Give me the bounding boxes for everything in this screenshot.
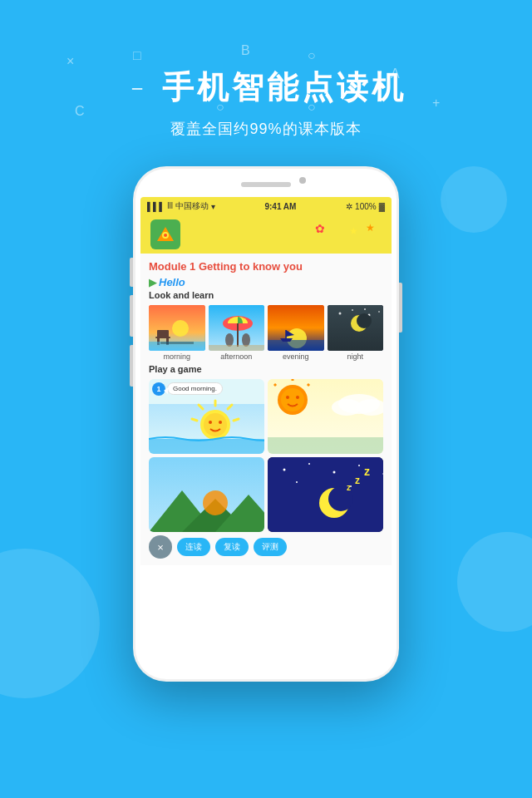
svg-line-38 xyxy=(192,419,197,421)
game-grid: 1 Good morning. xyxy=(149,379,383,532)
sym-circle1: ○ xyxy=(308,48,316,63)
section-title: ▶ Hello xyxy=(149,276,383,288)
image-morning xyxy=(149,305,205,351)
game-item-3[interactable]: 3 Good evening. xyxy=(149,457,264,532)
deco-star2: ★ xyxy=(366,222,375,234)
label-night: night xyxy=(328,352,384,361)
image-evening xyxy=(268,305,324,351)
bg-circle-2 xyxy=(457,532,532,632)
svg-point-59 xyxy=(203,490,228,515)
dash-left: － xyxy=(126,72,152,104)
battery-icon: ▓ xyxy=(379,202,385,211)
status-left: ▌▌▌ lll 中国移动 ▾ xyxy=(147,200,215,212)
svg-point-15 xyxy=(225,333,234,347)
svg-rect-54 xyxy=(268,437,383,454)
deco-star1: ★ xyxy=(349,225,358,237)
image-item-night: night xyxy=(328,305,384,361)
svg-point-64 xyxy=(358,465,360,466)
image-item-evening: evening xyxy=(268,305,324,361)
battery-level: 100% xyxy=(355,202,377,211)
play-icon: ▶ xyxy=(149,277,156,288)
svg-point-63 xyxy=(333,471,336,474)
header-subtitle: 覆盖全国约99%的课本版本 xyxy=(0,119,532,139)
label-morning: morning xyxy=(149,352,205,361)
svg-point-29 xyxy=(364,308,366,310)
svg-rect-42 xyxy=(149,439,264,454)
svg-text:z: z xyxy=(355,475,360,486)
silent-button xyxy=(130,258,133,287)
bg-circle-3 xyxy=(441,166,507,233)
bluetooth-icon: ✲ xyxy=(346,202,352,211)
svg-point-40 xyxy=(209,421,212,424)
svg-rect-6 xyxy=(157,330,169,338)
game-item-2[interactable]: 2 Good afternoon. xyxy=(268,379,383,454)
svg-point-49 xyxy=(286,396,289,399)
app-logo xyxy=(150,219,180,249)
app-header: ✿ ★ ★ xyxy=(140,215,392,254)
svg-point-45 xyxy=(281,388,304,411)
content-area: Module 1 Getting to know you ▶ Hello Loo… xyxy=(140,254,392,565)
sym-b: B xyxy=(241,43,250,58)
wifi-icon: ▾ xyxy=(211,202,215,211)
signal-icon: ▌▌▌ xyxy=(147,202,165,211)
header-section: － 手机智能点读机 覆盖全国约99%的课本版本 xyxy=(0,66,532,139)
section-name: Hello xyxy=(159,276,185,288)
lian-button[interactable]: 连读 xyxy=(177,538,210,556)
svg-point-4 xyxy=(172,320,189,337)
app-title: 手机智能点读机 xyxy=(162,66,406,109)
overlay-buttons-row: × 连读 复读 评测 xyxy=(149,535,383,559)
ping-button[interactable]: 评测 xyxy=(254,538,287,556)
play-game-title: Play a game xyxy=(149,364,383,374)
phone-mockup: ▌▌▌ lll 中国移动 ▾ 9:41 AM ✲ 100% ▓ xyxy=(133,166,399,682)
game-item-4[interactable]: 4 Good night. xyxy=(268,457,383,532)
deco-flower: ✿ xyxy=(315,222,325,235)
svg-point-62 xyxy=(308,463,310,465)
phone-camera xyxy=(299,177,306,184)
volume-down-button xyxy=(130,345,133,387)
svg-point-26 xyxy=(352,309,353,311)
look-learn-label: Look and learn xyxy=(149,290,383,300)
label-evening: evening xyxy=(268,352,324,361)
fu-button[interactable]: 复读 xyxy=(215,538,249,556)
svg-rect-17 xyxy=(209,345,265,351)
svg-point-34 xyxy=(204,413,227,436)
svg-point-50 xyxy=(296,396,299,399)
module-title: Module 1 Getting to know you xyxy=(149,260,383,273)
header-title: － 手机智能点读机 xyxy=(0,66,532,109)
svg-point-16 xyxy=(242,333,250,347)
svg-point-31 xyxy=(357,313,372,328)
volume-up-button xyxy=(130,295,133,337)
svg-point-61 xyxy=(283,469,286,471)
power-button xyxy=(399,283,402,332)
phone-screen: ▌▌▌ lll 中国移动 ▾ 9:41 AM ✲ 100% ▓ xyxy=(140,197,392,674)
image-night xyxy=(328,305,384,351)
svg-point-2 xyxy=(164,234,167,237)
status-right: ✲ 100% ▓ xyxy=(346,202,385,211)
carrier-name: lll 中国移动 xyxy=(167,200,208,212)
svg-text:z: z xyxy=(347,483,351,492)
game-item-1[interactable]: 1 Good morning. xyxy=(149,379,264,454)
svg-point-41 xyxy=(219,421,222,424)
status-bar: ▌▌▌ lll 中国移动 ▾ 9:41 AM ✲ 100% ▓ xyxy=(140,197,392,215)
image-item-morning: morning xyxy=(149,305,205,361)
svg-point-25 xyxy=(338,313,341,315)
time-display: 9:41 AM xyxy=(264,202,296,211)
svg-text:z: z xyxy=(364,465,370,478)
svg-rect-8 xyxy=(166,338,169,345)
label-afternoon: afternoon xyxy=(209,352,265,361)
bg-circle-1 xyxy=(0,549,100,698)
phone-outer: ▌▌▌ lll 中国移动 ▾ 9:41 AM ✲ 100% ▓ xyxy=(133,166,399,682)
svg-line-39 xyxy=(234,419,239,421)
svg-line-48 xyxy=(274,384,276,386)
image-item-afternoon: afternoon xyxy=(209,305,265,361)
svg-rect-9 xyxy=(149,342,205,351)
image-afternoon xyxy=(209,305,265,351)
phone-inner: ▌▌▌ lll 中国移动 ▾ 9:41 AM ✲ 100% ▓ xyxy=(135,169,397,679)
svg-point-28 xyxy=(378,311,380,313)
sym-square: □ xyxy=(133,48,141,63)
image-grid: morning xyxy=(149,305,383,361)
close-button[interactable]: × xyxy=(149,535,172,559)
svg-rect-20 xyxy=(268,340,324,351)
svg-line-47 xyxy=(308,384,309,386)
svg-point-66 xyxy=(296,481,298,483)
